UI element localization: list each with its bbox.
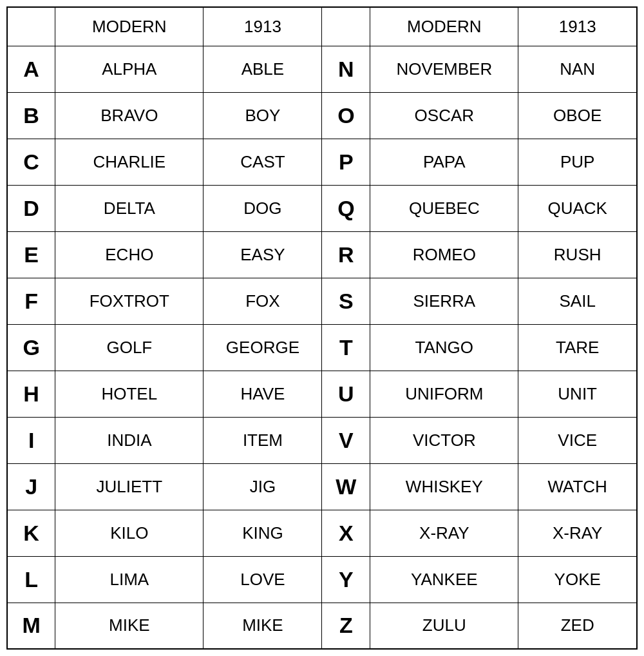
- table-row: MMIKEMIKEZZULUZED: [7, 603, 637, 649]
- modern-cell: ALPHA: [55, 46, 204, 92]
- header-1913-1: 1913: [204, 7, 322, 46]
- modern2-cell: PAPA: [370, 139, 518, 185]
- old-cell: MIKE: [204, 603, 322, 649]
- letter2-cell: P: [322, 139, 370, 185]
- modern2-cell: VICTOR: [370, 417, 518, 463]
- old2-cell: NAN: [518, 46, 637, 92]
- letter2-cell: R: [322, 231, 370, 278]
- letter-cell: B: [7, 92, 55, 139]
- letter2-cell: X: [322, 510, 370, 556]
- table-row: GGOLFGEORGETTANGOTARE: [7, 324, 637, 371]
- letter-cell: H: [7, 371, 55, 417]
- letter-cell: K: [7, 510, 55, 556]
- table-row: KKILOKINGXX-RAYX-RAY: [7, 510, 637, 556]
- modern-cell: MIKE: [55, 603, 204, 649]
- table-row: HHOTELHAVEUUNIFORMUNIT: [7, 371, 637, 417]
- modern-cell: GOLF: [55, 324, 204, 371]
- old2-cell: UNIT: [518, 371, 637, 417]
- old-cell: ITEM: [204, 417, 322, 463]
- table-row: AALPHAABLENNOVEMBERNAN: [7, 46, 637, 92]
- old2-cell: YOKE: [518, 556, 637, 603]
- letter2-cell: Z: [322, 603, 370, 649]
- letter2-cell: S: [322, 278, 370, 324]
- modern-cell: CHARLIE: [55, 139, 204, 185]
- modern-cell: DELTA: [55, 185, 204, 231]
- modern2-cell: TANGO: [370, 324, 518, 371]
- header-modern-1: MODERN: [55, 7, 204, 46]
- table-row: BBRAVOBOYOOSCAROBOE: [7, 92, 637, 139]
- old-cell: DOG: [204, 185, 322, 231]
- modern2-cell: UNIFORM: [370, 371, 518, 417]
- letter2-cell: N: [322, 46, 370, 92]
- old2-cell: TARE: [518, 324, 637, 371]
- modern2-cell: QUEBEC: [370, 185, 518, 231]
- old2-cell: SAIL: [518, 278, 637, 324]
- table-row: DDELTADOGQQUEBECQUACK: [7, 185, 637, 231]
- old-cell: GEORGE: [204, 324, 322, 371]
- phonetic-alphabet-table: MODERN 1913 MODERN 1913 AALPHAABLENNOVEM…: [6, 6, 638, 650]
- old-cell: EASY: [204, 231, 322, 278]
- old-cell: JIG: [204, 463, 322, 510]
- letter2-cell: Q: [322, 185, 370, 231]
- table-row: JJULIETTJIGWWHISKEYWATCH: [7, 463, 637, 510]
- modern2-cell: ZULU: [370, 603, 518, 649]
- old-cell: HAVE: [204, 371, 322, 417]
- letter2-cell: V: [322, 417, 370, 463]
- modern-cell: INDIA: [55, 417, 204, 463]
- letter-cell: I: [7, 417, 55, 463]
- modern2-cell: NOVEMBER: [370, 46, 518, 92]
- letter-cell: G: [7, 324, 55, 371]
- letter-cell: E: [7, 231, 55, 278]
- letter2-cell: Y: [322, 556, 370, 603]
- old2-cell: RUSH: [518, 231, 637, 278]
- letter-cell: C: [7, 139, 55, 185]
- letter-cell: J: [7, 463, 55, 510]
- modern-cell: BRAVO: [55, 92, 204, 139]
- modern2-cell: WHISKEY: [370, 463, 518, 510]
- table-row: EECHOEASYRROMEORUSH: [7, 231, 637, 278]
- old-cell: BOY: [204, 92, 322, 139]
- old2-cell: WATCH: [518, 463, 637, 510]
- letter2-cell: U: [322, 371, 370, 417]
- old-cell: CAST: [204, 139, 322, 185]
- letter-cell: M: [7, 603, 55, 649]
- header-1913-2: 1913: [518, 7, 637, 46]
- old2-cell: X-RAY: [518, 510, 637, 556]
- letter-cell: L: [7, 556, 55, 603]
- modern-cell: LIMA: [55, 556, 204, 603]
- letter-cell: F: [7, 278, 55, 324]
- old-cell: FOX: [204, 278, 322, 324]
- table-row: LLIMALOVEYYANKEEYOKE: [7, 556, 637, 603]
- modern-cell: FOXTROT: [55, 278, 204, 324]
- old-cell: ABLE: [204, 46, 322, 92]
- table-row: IINDIAITEMVVICTORVICE: [7, 417, 637, 463]
- letter-cell: A: [7, 46, 55, 92]
- modern-cell: HOTEL: [55, 371, 204, 417]
- old2-cell: QUACK: [518, 185, 637, 231]
- modern2-cell: SIERRA: [370, 278, 518, 324]
- header-modern-2: MODERN: [370, 7, 518, 46]
- header-empty-2: [322, 7, 370, 46]
- old2-cell: OBOE: [518, 92, 637, 139]
- header-empty-1: [7, 7, 55, 46]
- modern-cell: KILO: [55, 510, 204, 556]
- old2-cell: VICE: [518, 417, 637, 463]
- modern2-cell: OSCAR: [370, 92, 518, 139]
- letter2-cell: O: [322, 92, 370, 139]
- modern2-cell: X-RAY: [370, 510, 518, 556]
- modern2-cell: YANKEE: [370, 556, 518, 603]
- modern-cell: JULIETT: [55, 463, 204, 510]
- old-cell: KING: [204, 510, 322, 556]
- letter2-cell: W: [322, 463, 370, 510]
- old2-cell: PUP: [518, 139, 637, 185]
- modern2-cell: ROMEO: [370, 231, 518, 278]
- old2-cell: ZED: [518, 603, 637, 649]
- modern-cell: ECHO: [55, 231, 204, 278]
- table-row: FFOXTROTFOXSSIERRASAIL: [7, 278, 637, 324]
- old-cell: LOVE: [204, 556, 322, 603]
- table-row: CCHARLIECASTPPAPAPUP: [7, 139, 637, 185]
- letter-cell: D: [7, 185, 55, 231]
- letter2-cell: T: [322, 324, 370, 371]
